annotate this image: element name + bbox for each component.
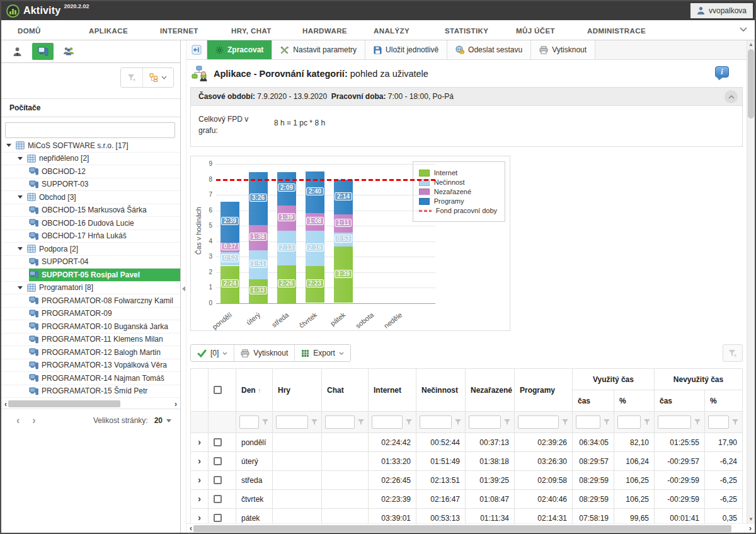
row-expander-icon[interactable]: › xyxy=(198,474,201,485)
menu-overflow-chevron-icon[interactable] xyxy=(740,27,747,32)
tab-groups[interactable] xyxy=(58,43,79,60)
column-header-hry[interactable]: Hry xyxy=(273,369,322,412)
tree-item[interactable]: OBCHOD-15 Markusová Šárka xyxy=(1,204,180,218)
process-button[interactable]: Zpracovat xyxy=(207,40,272,59)
expand-arrow-icon[interactable] xyxy=(18,195,23,199)
filter-input[interactable] xyxy=(576,415,600,429)
filter-funnel-icon[interactable] xyxy=(503,419,511,426)
subheader-used-time[interactable]: čas xyxy=(573,390,614,412)
tree-item[interactable]: OBCHOD-17 Hrňa Lukáš xyxy=(1,230,180,243)
user-badge[interactable]: vvopalkova xyxy=(690,3,753,18)
page-size-select[interactable]: 20 xyxy=(154,416,171,425)
column-header-chat[interactable]: Chat xyxy=(322,369,369,412)
scroll-down-icon[interactable]: ▼ xyxy=(747,516,755,522)
tree-search-input[interactable] xyxy=(5,122,175,138)
tree-item[interactable]: Programatori [8] xyxy=(1,282,180,295)
scroll-left-icon[interactable]: ‹ xyxy=(3,401,8,407)
column-header-internet[interactable]: Internet xyxy=(369,369,416,412)
scroll-right-icon[interactable]: › xyxy=(173,401,178,407)
scroll-right-icon[interactable]: › xyxy=(748,525,753,531)
filter-input[interactable] xyxy=(239,415,259,429)
page-prev-button[interactable]: ‹ xyxy=(10,415,26,426)
page-next-button[interactable]: › xyxy=(26,415,42,426)
select-all-checkbox[interactable] xyxy=(214,386,222,394)
tree-item[interactable]: SUPPORT-05 Rosipal Pavel xyxy=(1,269,180,282)
tree-item[interactable]: PROGRAMATOR-09 xyxy=(1,308,180,321)
filter-funnel-icon[interactable] xyxy=(311,419,318,426)
sidebar-horizontal-scrollbar[interactable]: ‹ › xyxy=(1,399,180,409)
scroll-up-icon[interactable]: ▲ xyxy=(747,42,755,47)
table-row[interactable]: ›úterý01:33:2001:51:4901:38:1803:26:3008… xyxy=(191,452,743,471)
expand-arrow-icon[interactable] xyxy=(18,247,23,250)
tree-item[interactable]: PROGRAMATOR-08 Folwarczny Kamil xyxy=(1,294,180,308)
menu-item-aplikace[interactable]: APLIKACE xyxy=(89,27,160,35)
filter-funnel-icon[interactable] xyxy=(603,419,610,426)
set-parameters-button[interactable]: Nastavit parametry xyxy=(272,40,365,59)
row-checkbox[interactable] xyxy=(214,495,222,503)
filter-input[interactable] xyxy=(420,415,452,429)
row-checkbox[interactable] xyxy=(214,457,222,465)
subheader-used-pct[interactable]: % xyxy=(614,390,655,412)
menu-item-m-j-et[interactable]: MŮJ ÚČET xyxy=(516,27,587,35)
tree-item[interactable]: MiCoS SOFTWARE s.r.o. [17] xyxy=(1,139,180,153)
info-bubble-icon[interactable]: i xyxy=(715,66,729,78)
expand-arrow-icon[interactable] xyxy=(18,286,23,289)
tree-item[interactable]: SUPPORT-03 xyxy=(1,178,180,192)
tab-computers[interactable] xyxy=(32,43,54,60)
scroll-left-icon[interactable]: ‹ xyxy=(188,525,193,531)
menu-item-anal-zy[interactable]: ANALÝZY xyxy=(374,27,445,35)
filter-input[interactable] xyxy=(469,415,501,429)
tree-item[interactable]: OBCHOD-12 xyxy=(1,165,180,178)
column-header-necinnost[interactable]: Nečinnost xyxy=(416,369,466,412)
clear-filter-button[interactable] xyxy=(121,68,143,87)
tree-item[interactable]: PROGRAMATOR-14 Najman Tomáš xyxy=(1,372,180,385)
table-row[interactable]: ›pondělí02:24:4200:52:4400:37:1302:39:26… xyxy=(191,433,743,452)
menu-item-hardware[interactable]: HARDWARE xyxy=(302,27,374,35)
tree-item[interactable]: PROGRAMATOR-11 Klemens Milan xyxy=(1,334,180,347)
table-print-button[interactable]: Vytisknout xyxy=(234,345,295,361)
tree-item[interactable]: PROGRAMATOR-10 Buganská Jarka xyxy=(1,320,180,334)
menu-item-hry-chat[interactable]: HRY, CHAT xyxy=(231,27,302,35)
column-header-den[interactable]: Den ↑ xyxy=(236,369,273,412)
send-report-button[interactable]: Odeslat sestavu xyxy=(447,40,531,59)
tree-view-options-button[interactable] xyxy=(143,68,173,87)
vertical-scrollbar[interactable]: ▲ ▼ xyxy=(747,40,755,523)
filter-funnel-icon[interactable] xyxy=(561,419,569,426)
tree-item[interactable]: nepřiděleno [2] xyxy=(1,153,180,166)
filter-funnel-icon[interactable] xyxy=(454,419,462,426)
export-button[interactable]: Export xyxy=(295,345,350,361)
collapse-panel-button[interactable] xyxy=(724,90,738,103)
filter-funnel-icon[interactable] xyxy=(643,419,651,426)
subheader-unused-pct[interactable]: % xyxy=(705,390,743,412)
save-individually-button[interactable]: Uložit jednotlivě xyxy=(365,40,447,59)
filter-funnel-icon[interactable] xyxy=(261,419,269,426)
column-header-programy[interactable]: Programy xyxy=(515,369,573,412)
filter-funnel-icon[interactable] xyxy=(405,419,413,426)
filter-input[interactable] xyxy=(708,415,729,429)
column-header-nezarazene[interactable]: Nezařazené xyxy=(466,369,515,412)
row-expander-icon[interactable]: › xyxy=(198,512,201,523)
tree-item[interactable]: OBCHOD-16 Dudová Lucie xyxy=(1,217,180,230)
tree-item[interactable]: SUPPORT-04 xyxy=(1,256,180,269)
filter-funnel-icon[interactable] xyxy=(694,419,701,426)
filter-input[interactable] xyxy=(518,415,559,429)
row-expander-icon[interactable]: › xyxy=(198,493,201,504)
panel-divider[interactable] xyxy=(181,40,186,533)
tree-item[interactable]: PROGRAMATOR-12 Balogh Martin xyxy=(1,346,180,359)
row-checkbox[interactable] xyxy=(214,514,222,522)
selection-menu-button[interactable]: [0] xyxy=(191,345,234,361)
filter-input[interactable] xyxy=(372,415,403,429)
subheader-unused-time[interactable]: čas xyxy=(655,390,705,412)
row-expander-icon[interactable]: › xyxy=(198,455,201,466)
row-checkbox[interactable] xyxy=(214,476,222,484)
row-checkbox[interactable] xyxy=(214,438,222,446)
filter-funnel-icon[interactable] xyxy=(731,419,739,426)
table-row[interactable]: ›středa02:26:4502:13:5101:39:2502:09:580… xyxy=(191,471,743,490)
expand-arrow-icon[interactable] xyxy=(18,157,23,160)
filter-input[interactable] xyxy=(276,415,308,429)
menu-item-administrace[interactable]: ADMINISTRACE xyxy=(587,27,658,35)
toggle-panel-button[interactable] xyxy=(186,40,207,59)
menu-item-statistiky[interactable]: STATISTIKY xyxy=(445,27,516,35)
menu-item-internet[interactable]: INTERNET xyxy=(160,27,231,35)
table-row[interactable]: ›čtvrtek02:23:3902:16:4701:08:4702:40:46… xyxy=(191,490,743,509)
